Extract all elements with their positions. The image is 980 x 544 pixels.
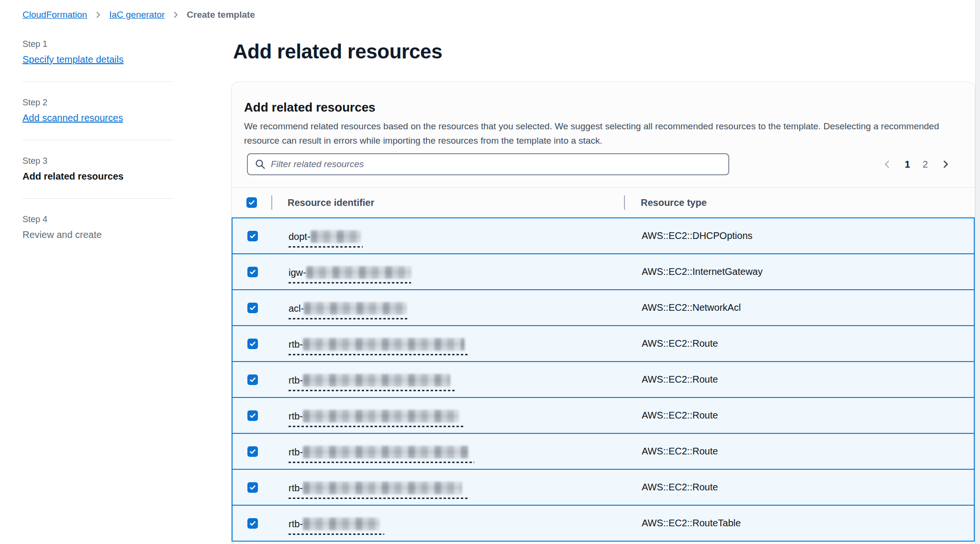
table-toolbar: Filter related resources 1 2 xyxy=(232,148,975,175)
step-3-label: Step 3 xyxy=(22,156,174,166)
resource-identifier[interactable]: rtb- xyxy=(289,374,456,391)
related-resources-table: Resource identifier Resource type dopt- xyxy=(232,187,975,542)
identifier-dotted-underline xyxy=(289,282,411,283)
chevron-right-icon xyxy=(94,11,102,19)
redacted-identifier-blur xyxy=(303,482,462,494)
redacted-identifier-blur xyxy=(303,374,450,386)
pagination-page-2[interactable]: 2 xyxy=(923,159,928,170)
row-checkbox[interactable] xyxy=(247,303,258,313)
resource-identifier-prefix: igw- xyxy=(289,267,306,278)
step-2-label: Step 2 xyxy=(22,98,174,108)
resource-identifier[interactable]: dopt- xyxy=(289,230,363,248)
breadcrumb: CloudFormation IaC generator Create temp… xyxy=(22,10,255,20)
select-all-checkbox[interactable] xyxy=(246,197,257,208)
table-row[interactable]: rtb- AWS::EC2::Route xyxy=(232,433,975,470)
resource-identifier-prefix: rtb- xyxy=(289,447,303,458)
pagination-page-1[interactable]: 1 xyxy=(905,159,910,170)
identifier-dotted-underline xyxy=(289,246,363,248)
table-row[interactable]: rtb- AWS::EC2::Route xyxy=(232,397,975,434)
identifier-dotted-underline xyxy=(289,426,465,427)
breadcrumb-current: Create template xyxy=(187,10,255,20)
table-row[interactable]: acl- AWS::EC2::NetworkAcl xyxy=(232,289,975,326)
resource-type-value: AWS::EC2::Route xyxy=(625,434,974,469)
row-checkbox[interactable] xyxy=(247,518,258,529)
row-checkbox[interactable] xyxy=(247,231,258,241)
scrollbar[interactable] xyxy=(975,0,980,544)
resource-identifier[interactable]: rtb- xyxy=(289,481,468,499)
step-1-link[interactable]: Specify template details xyxy=(22,54,123,65)
resource-identifier[interactable]: rtb- xyxy=(289,445,474,463)
table-row[interactable]: dopt- AWS::EC2::DHCPOptions xyxy=(232,217,975,254)
resource-identifier-prefix: rtb- xyxy=(289,339,303,350)
column-divider xyxy=(271,195,272,210)
step-4-upcoming: Review and create xyxy=(22,229,102,240)
redacted-identifier-blur xyxy=(311,230,361,243)
column-header-resource-identifier[interactable]: Resource identifier xyxy=(288,197,374,208)
search-icon xyxy=(255,159,266,170)
resource-type-value: AWS::EC2::Route xyxy=(625,362,974,397)
panel-description: We recommend related resources based on … xyxy=(244,119,962,148)
resource-identifier-prefix: rtb- xyxy=(289,411,303,422)
row-checkbox[interactable] xyxy=(247,267,258,277)
pagination-prev-icon[interactable] xyxy=(882,159,892,170)
divider xyxy=(22,198,174,199)
redacted-identifier-blur xyxy=(303,338,465,351)
resource-identifier-prefix: dopt- xyxy=(289,231,311,242)
resource-identifier-prefix: acl- xyxy=(289,303,304,314)
step-4-label: Step 4 xyxy=(22,215,174,225)
step-4: Step 4 Review and create xyxy=(22,215,174,240)
column-header-resource-type[interactable]: Resource type xyxy=(641,197,707,208)
divider xyxy=(22,81,174,82)
identifier-dotted-underline xyxy=(289,318,409,319)
breadcrumb-link-cloudformation[interactable]: CloudFormation xyxy=(22,10,87,20)
table-row[interactable]: igw- AWS::EC2::InternetGateway xyxy=(232,253,975,290)
column-divider xyxy=(624,195,625,210)
resource-identifier[interactable]: acl- xyxy=(289,302,409,319)
table-row[interactable]: rtb- AWS::EC2::Route xyxy=(232,325,975,362)
row-checkbox[interactable] xyxy=(247,446,258,457)
divider xyxy=(22,140,174,140)
chevron-right-icon xyxy=(171,11,180,19)
filter-input[interactable]: Filter related resources xyxy=(247,153,729,175)
redacted-identifier-blur xyxy=(303,410,459,422)
row-checkbox[interactable] xyxy=(247,410,258,421)
redacted-identifier-blur xyxy=(303,518,379,530)
panel-title: Add related resources xyxy=(244,99,962,115)
resource-identifier[interactable]: igw- xyxy=(289,266,412,283)
identifier-dotted-underline xyxy=(289,354,468,355)
resource-type-value: AWS::EC2::Route xyxy=(625,470,974,505)
table-row[interactable]: rtb- AWS::EC2::Route xyxy=(232,469,975,506)
page-title: Add related resources xyxy=(233,40,442,63)
resource-type-value: AWS::EC2::DHCPOptions xyxy=(625,218,974,253)
resource-identifier-prefix: rtb- xyxy=(289,519,303,530)
resource-identifier-prefix: rtb- xyxy=(289,483,303,494)
resource-type-value: AWS::EC2::InternetGateway xyxy=(625,254,974,289)
row-checkbox[interactable] xyxy=(247,482,258,493)
redacted-identifier-blur xyxy=(303,446,468,458)
resource-identifier[interactable]: rtb- xyxy=(289,517,384,535)
wizard-step-nav: Step 1 Specify template details Step 2 A… xyxy=(22,39,174,240)
identifier-dotted-underline xyxy=(289,498,468,499)
resource-type-value: AWS::EC2::RouteTable xyxy=(625,506,974,541)
identifier-dotted-underline xyxy=(289,390,456,391)
row-checkbox[interactable] xyxy=(247,339,258,349)
resource-identifier[interactable]: rtb- xyxy=(289,409,465,427)
step-3: Step 3 Add related resources xyxy=(22,156,174,182)
breadcrumb-link-iac-generator[interactable]: IaC generator xyxy=(109,10,165,20)
step-2: Step 2 Add scanned resources xyxy=(22,98,174,124)
related-resources-panel: Add related resources We recommend relat… xyxy=(231,81,975,544)
redacted-identifier-blur xyxy=(304,302,407,315)
resource-identifier[interactable]: rtb- xyxy=(289,338,468,355)
step-1: Step 1 Specify template details xyxy=(22,39,174,65)
resource-identifier-prefix: rtb- xyxy=(289,375,303,386)
row-checkbox[interactable] xyxy=(247,374,258,385)
resource-type-value: AWS::EC2::NetworkAcl xyxy=(625,290,974,325)
pagination-next-icon[interactable] xyxy=(940,159,951,170)
step-3-current: Add related resources xyxy=(22,171,123,181)
step-1-label: Step 1 xyxy=(22,39,174,49)
table-row[interactable]: rtb- AWS::EC2::RouteTable xyxy=(232,505,975,542)
step-2-link[interactable]: Add scanned resources xyxy=(22,113,123,124)
table-row[interactable]: rtb- AWS::EC2::Route xyxy=(232,361,975,398)
redacted-identifier-blur xyxy=(306,266,412,279)
pagination: 1 2 xyxy=(882,159,951,170)
